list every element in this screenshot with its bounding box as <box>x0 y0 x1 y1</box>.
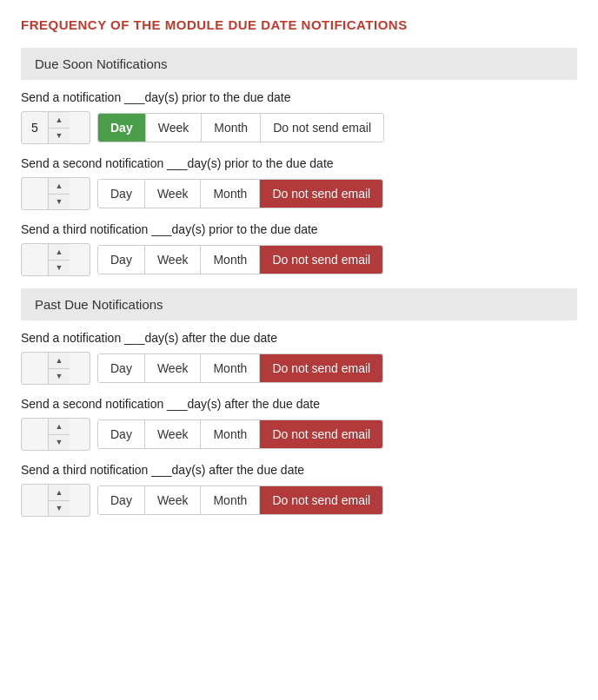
past-due-down-2[interactable]: ▼ <box>49 435 70 451</box>
past-due-btn-day-2[interactable]: Day <box>98 420 145 448</box>
due-soon-spinner-3[interactable]: ▲ ▼ <box>21 243 90 276</box>
past-due-btn-week-1[interactable]: Week <box>145 354 202 382</box>
due-soon-section: Due Soon Notifications Send a notificati… <box>21 48 577 276</box>
due-soon-spinner-2[interactable]: ▲ ▼ <box>21 177 90 210</box>
past-due-btn-noemail-3[interactable]: Do not send email <box>260 486 382 514</box>
due-soon-arrows-3[interactable]: ▲ ▼ <box>48 244 70 275</box>
past-due-up-1[interactable]: ▲ <box>49 353 70 369</box>
due-soon-btn-noemail-1[interactable]: Do not send email <box>261 114 383 142</box>
past-due-arrows-1[interactable]: ▲ ▼ <box>48 353 70 384</box>
due-soon-btn-day-1[interactable]: Day <box>98 114 146 142</box>
due-soon-btn-week-3[interactable]: Week <box>145 246 202 274</box>
due-soon-up-1[interactable]: ▲ <box>49 112 70 129</box>
due-soon-btn-group-2: Day Week Month Do not send email <box>97 179 383 208</box>
due-soon-notification-2: Send a second notification ___day(s) pri… <box>21 156 577 210</box>
due-soon-btn-week-1[interactable]: Week <box>146 114 203 142</box>
past-due-btn-group-3: Day Week Month Do not send email <box>97 485 383 515</box>
past-due-header: Past Due Notifications <box>21 288 577 320</box>
due-soon-btn-noemail-2[interactable]: Do not send email <box>260 180 382 208</box>
due-soon-arrows-2[interactable]: ▲ ▼ <box>48 178 70 209</box>
due-soon-notification-3: Send a third notification ___day(s) prio… <box>21 222 577 276</box>
past-due-btn-day-3[interactable]: Day <box>98 486 145 514</box>
due-soon-header: Due Soon Notifications <box>21 48 577 80</box>
due-soon-label-3: Send a third notification ___day(s) prio… <box>21 222 577 236</box>
past-due-arrows-2[interactable]: ▲ ▼ <box>48 419 70 450</box>
past-due-label-1: Send a notification ___day(s) after the … <box>21 331 577 345</box>
past-due-btn-day-1[interactable]: Day <box>98 354 145 382</box>
past-due-spinner-3[interactable]: ▲ ▼ <box>21 484 90 517</box>
past-due-btn-group-2: Day Week Month Do not send email <box>97 419 383 449</box>
past-due-spinner-1[interactable]: ▲ ▼ <box>21 352 90 385</box>
due-soon-btn-month-2[interactable]: Month <box>201 180 260 208</box>
past-due-up-2[interactable]: ▲ <box>49 419 70 435</box>
due-soon-btn-group-3: Day Week Month Do not send email <box>97 245 383 274</box>
past-due-btn-month-1[interactable]: Month <box>201 354 260 382</box>
due-soon-label-2: Send a second notification ___day(s) pri… <box>21 156 577 170</box>
past-due-notification-2: Send a second notification ___day(s) aft… <box>21 397 577 451</box>
due-soon-btn-day-2[interactable]: Day <box>98 180 145 208</box>
past-due-label-2: Send a second notification ___day(s) aft… <box>21 397 577 411</box>
due-soon-btn-group-1: Day Week Month Do not send email <box>97 113 384 142</box>
due-soon-down-1[interactable]: ▼ <box>49 129 70 144</box>
due-soon-spinner-1[interactable]: 5 ▲ ▼ <box>21 111 90 144</box>
past-due-btn-month-3[interactable]: Month <box>201 486 260 514</box>
due-soon-btn-day-3[interactable]: Day <box>98 246 145 274</box>
past-due-down-3[interactable]: ▼ <box>49 501 70 517</box>
past-due-up-3[interactable]: ▲ <box>49 485 70 501</box>
due-soon-up-2[interactable]: ▲ <box>49 178 70 195</box>
past-due-arrows-3[interactable]: ▲ ▼ <box>48 485 70 516</box>
past-due-btn-month-2[interactable]: Month <box>201 420 260 448</box>
past-due-notification-3: Send a third notification ___day(s) afte… <box>21 463 577 517</box>
past-due-down-1[interactable]: ▼ <box>49 369 70 385</box>
due-soon-btn-week-2[interactable]: Week <box>145 180 202 208</box>
past-due-btn-week-3[interactable]: Week <box>145 486 202 514</box>
past-due-btn-noemail-2[interactable]: Do not send email <box>260 420 382 448</box>
past-due-btn-noemail-1[interactable]: Do not send email <box>260 354 382 382</box>
due-soon-label-1: Send a notification ___day(s) prior to t… <box>21 90 577 104</box>
due-soon-down-3[interactable]: ▼ <box>49 261 70 276</box>
past-due-btn-week-2[interactable]: Week <box>145 420 202 448</box>
due-soon-arrows-1[interactable]: ▲ ▼ <box>48 112 70 143</box>
past-due-notification-1: Send a notification ___day(s) after the … <box>21 331 577 385</box>
past-due-label-3: Send a third notification ___day(s) afte… <box>21 463 577 477</box>
past-due-spinner-2[interactable]: ▲ ▼ <box>21 418 90 451</box>
due-soon-down-2[interactable]: ▼ <box>49 195 70 210</box>
due-soon-btn-noemail-3[interactable]: Do not send email <box>260 246 382 274</box>
due-soon-btn-month-1[interactable]: Month <box>202 114 261 142</box>
past-due-section: Past Due Notifications Send a notificati… <box>21 288 577 517</box>
due-soon-up-3[interactable]: ▲ <box>49 244 70 261</box>
due-soon-btn-month-3[interactable]: Month <box>201 246 260 274</box>
page-title: FREQUENCY OF THE MODULE DUE DATE NOTIFIC… <box>21 17 577 32</box>
due-soon-value-1: 5 <box>22 121 48 135</box>
past-due-btn-group-1: Day Week Month Do not send email <box>97 353 383 383</box>
due-soon-notification-1: Send a notification ___day(s) prior to t… <box>21 90 577 144</box>
